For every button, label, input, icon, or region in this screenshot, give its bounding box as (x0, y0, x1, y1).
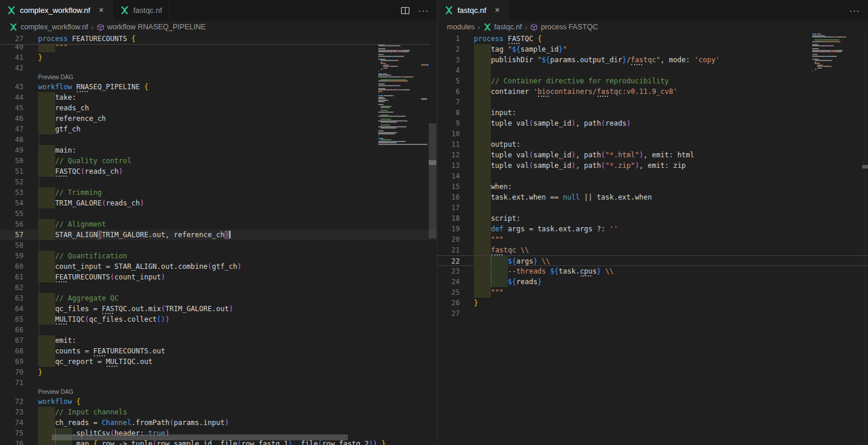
code-line-7[interactable]: 7 (438, 97, 868, 107)
editor-group-divider[interactable] (437, 0, 438, 445)
tab-label: fastqc.nf (457, 6, 486, 15)
code-line-5[interactable]: 5 // Container directive for reproducibi… (438, 76, 868, 86)
code-line-9[interactable]: 9 tuple val(sample_id), path(reads) (438, 118, 868, 129)
editor-actions-right: ··· (841, 0, 868, 21)
code-line-20[interactable]: 20 """ (438, 234, 868, 245)
editor-group-right: fastqc.nf✕ ··· modules›fastqc.nf›process… (438, 0, 868, 445)
tab-bar-right: fastqc.nf✕ ··· (438, 0, 868, 21)
code-line-67[interactable]: 67 emit: (0, 335, 437, 346)
code-editor-right[interactable]: 1process FASTQC {2 tag "${sample_id}"3 p… (438, 33, 868, 445)
line-number: 42 (0, 63, 23, 73)
code-line-58[interactable]: 58 (0, 240, 437, 251)
codelens-preview-dag[interactable]: Preview DAG (38, 73, 73, 82)
code-line-2[interactable]: 2 tag "${sample_id}" (438, 44, 868, 55)
vertical-scrollbar[interactable] (429, 123, 436, 238)
code-line-54[interactable]: 54 TRIM_GALORE(reads_ch) (0, 198, 437, 208)
code-line-22[interactable]: 22 ${args} \\ (438, 255, 868, 266)
split-editor-icon[interactable] (401, 6, 410, 15)
code-line-8[interactable]: 8 input: (438, 107, 868, 118)
line-number: 26 (438, 298, 460, 308)
code-line-70[interactable]: 70} (0, 367, 437, 377)
code-line-44[interactable]: 44 take: (0, 92, 437, 103)
code-line-21[interactable]: 21 fastqc \\ (438, 245, 868, 255)
code-line-11[interactable]: 11 output: (438, 139, 868, 150)
more-actions-icon[interactable]: ··· (418, 8, 429, 14)
code-line-59[interactable]: 59 // Quantification (0, 251, 437, 261)
code-line-12[interactable]: 12 tuple val(sample_id), path("*.html"),… (438, 150, 868, 160)
code-line-41[interactable]: 41} (0, 52, 437, 63)
code-line-4[interactable]: 4 (438, 65, 868, 76)
code-line-55[interactable]: 55 (0, 208, 437, 219)
code-line-73[interactable]: 73 // Input channels (0, 407, 437, 417)
code-line-10[interactable]: 10 (438, 129, 868, 139)
tab-fastqc.nf[interactable]: fastqc.nf (113, 0, 169, 21)
breadcrumb-item[interactable]: process FASTQC (530, 23, 598, 31)
code-line-63[interactable]: 63 // Aggregate QC (0, 293, 437, 304)
code-line-61[interactable]: 61 FEATURECOUNTS(count_input) (0, 272, 437, 282)
minimap[interactable] (378, 33, 429, 145)
line-number: 66 (0, 325, 23, 335)
code-line-6[interactable]: 6 container 'biocontainers/fastqc:v0.11.… (438, 86, 868, 97)
code-line-19[interactable]: 19 def args = task.ext.args ?: '' (438, 224, 868, 234)
breadcrumb-item[interactable]: fastqc.nf (483, 23, 522, 31)
code-line-23[interactable]: 23 --threads ${task.cpus} \\ (438, 266, 868, 277)
code-line-26[interactable]: 26} (438, 298, 868, 308)
code-line-48[interactable]: 48 (0, 134, 437, 145)
code-line-42[interactable]: 42 (0, 63, 437, 73)
code-line-13[interactable]: 13 tuple val(sample_id), path("*.zip"), … (438, 160, 868, 171)
line-number: 76 (0, 439, 23, 445)
code-line-60[interactable]: 60 count_input = STAR_ALIGN.out.combine(… (0, 261, 437, 272)
code-line-62[interactable]: 62 (0, 282, 437, 293)
code-editor-left[interactable]: 40 """41}42Preview DAG43workflow RNASEQ_… (0, 33, 437, 445)
vscode-editor-area: complex_workflow.nf✕fastqc.nf ··· comple… (0, 0, 868, 445)
code-line-51[interactable]: 51 FASTQC(reads_ch) (0, 166, 437, 177)
code-line-74[interactable]: 74 ch_reads = Channel.fromPath(params.in… (0, 417, 437, 428)
code-line-69[interactable]: 69 qc_report = MULTIQC.out (0, 356, 437, 367)
code-line-53[interactable]: 53 // Trimming (0, 187, 437, 198)
code-line-43[interactable]: 43workflow RNASEQ_PIPELINE { (0, 82, 437, 92)
code-line-49[interactable]: 49 main: (0, 145, 437, 156)
code-line-18[interactable]: 18 script: (438, 213, 868, 224)
indent-highlight (474, 129, 491, 139)
close-icon[interactable]: ✕ (97, 6, 106, 15)
code-line-64[interactable]: 64 qc_files = FASTQC.out.mix(TRIM_GALORE… (0, 304, 437, 314)
codelens-preview-dag[interactable]: Preview DAG (38, 388, 73, 396)
breadcrumb-label: process FASTQC (541, 23, 598, 31)
code-line-50[interactable]: 50 // Quality control (0, 156, 437, 166)
tab-complex_workflow.nf[interactable]: complex_workflow.nf✕ (0, 0, 113, 21)
code-line-45[interactable]: 45 reads_ch (0, 103, 437, 113)
tab-fastqc.nf[interactable]: fastqc.nf✕ (438, 0, 509, 21)
code-line-56[interactable]: 56 // Alignment (0, 219, 437, 230)
code-line-3[interactable]: 3 publishDir "${params.output_dir}/fastq… (438, 55, 868, 65)
code-line-68[interactable]: 68 counts = FEATURECOUNTS.out (0, 346, 437, 356)
code-line-71[interactable]: 71 (0, 377, 437, 388)
line-number: 70 (0, 367, 23, 377)
code-line-65[interactable]: 65 MULTIQC(qc_files.collect()) (0, 314, 437, 325)
code-line-72[interactable]: 72workflow { (0, 396, 437, 407)
line-number: 59 (0, 251, 23, 261)
code-line-46[interactable]: 46 reference_ch (0, 113, 437, 124)
code-line-52[interactable]: 52 (0, 177, 437, 187)
code-line-14[interactable]: 14 (438, 171, 868, 181)
sticky-scroll-line[interactable]: 27process FEATURECOUNTS { (0, 33, 429, 45)
code-line-16[interactable]: 16 task.ext.when == null || task.ext.whe… (438, 192, 868, 203)
horizontal-scrollbar[interactable] (52, 434, 348, 440)
code-text: // Quantification (38, 251, 127, 261)
code-line-47[interactable]: 47 gtf_ch (0, 124, 437, 134)
code-line-17[interactable]: 17 (438, 203, 868, 213)
code-line-25[interactable]: 25 """ (438, 287, 868, 298)
minimap-decoration (421, 64, 426, 66)
line-number: 58 (0, 240, 23, 251)
breadcrumb-item[interactable]: workflow RNASEQ_PIPELINE (97, 23, 206, 31)
breadcrumb-item[interactable]: modules (447, 23, 474, 31)
breadcrumb-item[interactable]: complex_workflow.nf (9, 23, 88, 31)
code-line-24[interactable]: 24 ${reads} (438, 277, 868, 287)
code-line-15[interactable]: 15 when: (438, 181, 868, 192)
code-line-27[interactable]: 27 (438, 308, 868, 319)
code-line-57[interactable]: 57 STAR_ALIGN(TRIM_GALORE.out, reference… (0, 230, 437, 240)
close-icon[interactable]: ✕ (493, 6, 501, 15)
code-line-1[interactable]: 1process FASTQC { (438, 33, 868, 44)
code-line-66[interactable]: 66 (0, 325, 437, 335)
minimap[interactable] (812, 33, 849, 73)
more-actions-icon[interactable]: ··· (849, 8, 860, 14)
